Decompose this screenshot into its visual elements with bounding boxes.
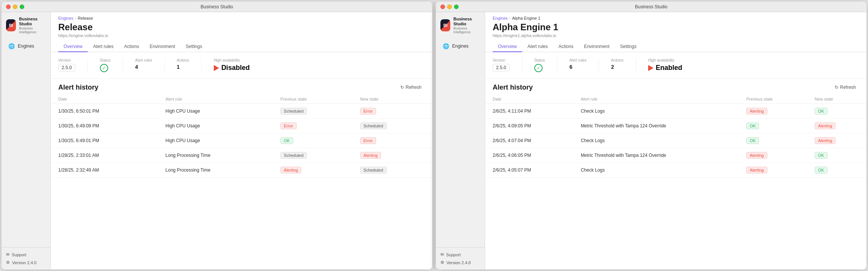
tab-alert-rules[interactable]: Alert rules — [522, 42, 553, 52]
cell-prev-state: OK — [273, 133, 352, 148]
cell-rule: Check Logs — [573, 133, 739, 148]
alert-rules-value: 6 — [569, 64, 586, 70]
cell-prev-state: Error — [273, 119, 352, 133]
cell-date: 2/6/25, 4:06:05 PM — [485, 148, 573, 163]
brand-text: Business Studio Business Intelligence — [19, 17, 46, 34]
sidebar-item-engines[interactable]: 🌐 Engines — [4, 40, 48, 52]
tab-settings[interactable]: Settings — [615, 42, 642, 52]
footer-icon: ⚙ — [440, 260, 444, 265]
app-body: BI Business Studio Business Intelligence… — [2, 12, 432, 269]
cell-date: 2/6/25, 4:11:04 PM — [485, 104, 573, 119]
minimize-button[interactable] — [447, 5, 452, 9]
status-label: Status — [100, 58, 110, 62]
sidebar-item-engines[interactable]: 🌐 Engines — [438, 40, 482, 52]
new-state-badge: Scheduled — [360, 122, 387, 129]
table-row: 2/6/25, 4:06:05 PMMetric Threshold with … — [485, 148, 866, 163]
cell-rule: High CPU Usage — [158, 119, 273, 133]
prev-state-badge: Scheduled — [280, 108, 307, 115]
footer-icon: ⚙ — [6, 260, 10, 265]
new-state-badge: OK — [815, 108, 828, 115]
new-state-badge: Alerting — [815, 122, 835, 129]
ha-label: High availability — [214, 58, 250, 62]
table-row: 2/6/25, 4:11:04 PMCheck LogsAlertingOK — [485, 104, 866, 119]
col-header-date: Date — [485, 94, 573, 104]
breadcrumb-current: Alpha Engine 1 — [512, 16, 540, 20]
breadcrumb-separator: › — [509, 16, 511, 20]
ha-arrow-icon — [214, 65, 219, 71]
table-row: 1/30/25, 6:50:01 PMHigh CPU UsageSchedul… — [51, 104, 432, 119]
status-icon: ✓ — [534, 64, 543, 72]
table-row: 1/30/25, 6:49:01 PMHigh CPU UsageOKError — [51, 133, 432, 148]
window-title: Business Studio — [635, 4, 667, 9]
col-header-new-state: New state — [807, 94, 866, 104]
brand-logo: BI — [440, 19, 450, 31]
footer-item-version-2.4.0[interactable]: ⚙ Version 2.4.0 — [6, 260, 46, 265]
new-state-badge: OK — [815, 167, 828, 173]
main-content: Engines › Alpha Engine 1 Alpha Engine 1h… — [485, 12, 866, 269]
version-value: 2.5.0 — [493, 64, 510, 71]
tab-environment[interactable]: Environment — [144, 42, 180, 52]
breadcrumb-parent[interactable]: Engines — [493, 16, 508, 20]
page-title: Alpha Engine 1 — [485, 20, 866, 33]
new-state-badge: Alerting — [815, 137, 835, 144]
tab-settings[interactable]: Settings — [180, 42, 207, 52]
stat-alert-rules: Alert rules 4 — [135, 58, 165, 72]
tab-overview[interactable]: Overview — [493, 42, 522, 52]
version-label: Version — [58, 58, 75, 62]
ha-text: Disabled — [221, 64, 250, 72]
refresh-button[interactable]: ↻ Refresh — [397, 83, 425, 91]
prev-state-badge: Error — [280, 122, 296, 129]
footer-label: Version 2.4.0 — [12, 260, 36, 265]
status-icon: ✓ — [100, 64, 108, 72]
version-value: 2.5.0 — [58, 64, 75, 71]
sidebar: BI Business Studio Business Intelligence… — [2, 12, 51, 269]
new-state-badge: Error — [360, 137, 376, 144]
maximize-button[interactable] — [454, 5, 459, 9]
window: Business Studio BI Business Studio Busin… — [436, 2, 866, 269]
stats-row: Version 2.5.0 Status ✓ Alert rules 4 Act… — [51, 52, 432, 79]
ha-label: High availability — [648, 58, 682, 62]
col-header-alert-rule: Alert rule — [573, 94, 739, 104]
prev-state-badge: Alerting — [746, 152, 767, 159]
maximize-button[interactable] — [20, 5, 24, 9]
cell-rule: Metric Threshold with Tampa 124 Override — [573, 119, 739, 133]
cell-rule: Check Logs — [573, 163, 739, 178]
app-body: BI Business Studio Business Intelligence… — [436, 12, 866, 269]
refresh-label: Refresh — [406, 85, 422, 90]
close-button[interactable] — [6, 5, 11, 9]
footer-item-support[interactable]: ✉ Support — [6, 252, 46, 257]
new-state-badge: Alerting — [360, 152, 381, 159]
brand-subtitle: Business Intelligence — [453, 26, 480, 34]
actions-value: 1 — [177, 64, 189, 70]
tab-actions[interactable]: Actions — [119, 42, 144, 52]
prev-state-badge: OK — [746, 137, 759, 144]
breadcrumb-parent[interactable]: Engines — [58, 16, 73, 20]
refresh-button[interactable]: ↻ Refresh — [832, 83, 859, 91]
ha-arrow-icon — [648, 65, 653, 71]
new-state-badge: Error — [360, 108, 376, 115]
cell-rule: Check Logs — [573, 104, 739, 119]
alert-rules-label: Alert rules — [569, 58, 586, 62]
tab-alert-rules[interactable]: Alert rules — [88, 42, 119, 52]
cell-prev-state: Alerting — [739, 163, 807, 178]
cell-prev-state: OK — [739, 133, 807, 148]
tab-environment[interactable]: Environment — [579, 42, 614, 52]
tab-overview[interactable]: Overview — [58, 42, 88, 52]
ha-value: Disabled — [214, 64, 250, 72]
minimize-button[interactable] — [13, 5, 17, 9]
footer-item-support[interactable]: ✉ Support — [440, 252, 480, 257]
stat-alert-rules: Alert rules 6 — [569, 58, 599, 72]
stat-actions: Actions 2 — [611, 58, 636, 72]
ha-text: Enabled — [656, 64, 682, 72]
footer-item-version-2.4.0[interactable]: ⚙ Version 2.4.0 — [440, 260, 480, 265]
stat-actions: Actions 1 — [177, 58, 202, 72]
footer-icon: ✉ — [6, 252, 9, 257]
tab-actions[interactable]: Actions — [553, 42, 579, 52]
cell-prev-state: Alerting — [273, 163, 352, 178]
stat-version: Version 2.5.0 — [58, 58, 88, 72]
breadcrumb: Engines › Alpha Engine 1 — [485, 12, 866, 20]
prev-state-badge: Scheduled — [280, 152, 307, 159]
close-button[interactable] — [440, 5, 445, 9]
cell-rule: Long Processing Time — [158, 163, 273, 178]
tabs: OverviewAlert rulesActionsEnvironmentSet… — [485, 38, 866, 52]
